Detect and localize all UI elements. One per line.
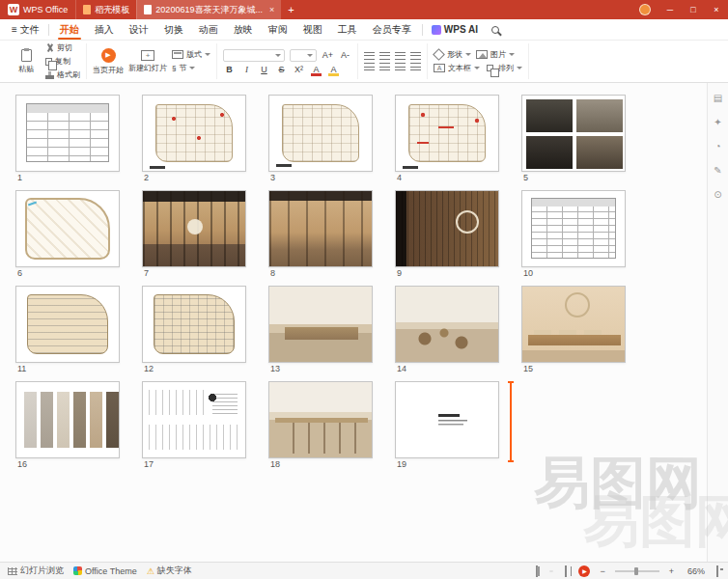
textbox-button[interactable]: A 文本框: [434, 63, 480, 73]
cut-button[interactable]: 剪切: [45, 42, 80, 53]
menu-item[interactable]: 会员专享: [365, 19, 419, 40]
arrange-button[interactable]: 排列: [485, 63, 522, 73]
slide-number: 19: [397, 459, 499, 470]
slide-thumbnail-6[interactable]: [15, 190, 120, 267]
slideshow-play-button[interactable]: ▶: [578, 565, 590, 577]
play-from-current-button[interactable]: ▶ 当页开始: [93, 48, 124, 75]
slide-thumbnail-3[interactable]: [268, 95, 373, 172]
menu-item[interactable]: 放映: [226, 19, 261, 40]
menu-item[interactable]: 切换: [156, 19, 191, 40]
doc-tab-docer-templates[interactable]: 稻壳模板: [75, 0, 136, 19]
menu-item[interactable]: 视图: [295, 19, 330, 40]
italic-button[interactable]: I: [240, 65, 253, 74]
shrink-font-button[interactable]: A-: [339, 50, 351, 60]
app-home-tab[interactable]: W WPS Office: [0, 0, 75, 19]
doc-tab-label: 稻壳模板: [95, 4, 129, 16]
slide-thumbnail-19[interactable]: [395, 381, 499, 458]
align-left-button[interactable]: [364, 63, 375, 70]
layout-button[interactable]: 版式: [172, 49, 210, 60]
effects-panel-icon[interactable]: ✦: [714, 117, 721, 127]
history-panel-icon[interactable]: ◔: [714, 141, 720, 152]
zoom-out-button[interactable]: −: [600, 566, 604, 576]
menu-item[interactable]: 动画: [191, 19, 226, 40]
section-button[interactable]: § 节: [172, 63, 210, 73]
slide-thumbnail-7[interactable]: [142, 190, 246, 267]
numbering-button[interactable]: [379, 52, 390, 60]
slide-sorter-view-button[interactable]: [549, 570, 553, 572]
slide-thumbnail-13[interactable]: [268, 286, 373, 363]
slide-thumbnail-14[interactable]: [395, 286, 499, 363]
zoom-slider[interactable]: [615, 570, 659, 572]
superscript-button[interactable]: X²: [293, 65, 305, 74]
search-icon[interactable]: [491, 26, 499, 34]
slide-thumbnail-8[interactable]: [268, 190, 373, 267]
bold-button[interactable]: B: [223, 65, 236, 74]
normal-view-button[interactable]: [534, 565, 540, 577]
align-center-button[interactable]: [379, 63, 390, 70]
align-right-button[interactable]: [395, 63, 406, 70]
slide-thumbnail-15[interactable]: [521, 286, 626, 363]
font-name-select[interactable]: [223, 49, 285, 62]
menu-item[interactable]: 设计: [122, 19, 156, 40]
slide-thumbnail-17[interactable]: [142, 381, 246, 458]
selection-panel-icon[interactable]: ⊙: [714, 189, 721, 200]
close-button[interactable]: ×: [705, 0, 728, 19]
shape-label: 形状: [447, 49, 462, 60]
tab-close-icon[interactable]: ×: [269, 5, 274, 14]
slide-thumbnail-4[interactable]: [395, 95, 499, 172]
decrease-indent-button[interactable]: [395, 52, 406, 60]
picture-button[interactable]: 图片: [476, 49, 515, 60]
underline-button[interactable]: U: [258, 65, 270, 74]
menu-item[interactable]: 工具: [330, 19, 365, 40]
menu-item[interactable]: 插入: [87, 19, 122, 40]
slide-thumbnail-5[interactable]: [521, 95, 626, 172]
reading-view-button[interactable]: [563, 565, 569, 577]
wps-ai-label: WPS AI: [444, 24, 478, 35]
strikethrough-button[interactable]: S: [275, 65, 288, 74]
app-name: WPS Office: [23, 5, 68, 14]
edit-panel-icon[interactable]: ✎: [714, 165, 721, 176]
bullets-button[interactable]: [364, 52, 375, 60]
file-menu-button[interactable]: ≡ 文件: [6, 19, 45, 40]
zoom-slider-thumb[interactable]: [634, 567, 638, 575]
slide-thumbnail-12[interactable]: [142, 286, 246, 363]
slide-thumbnail-16[interactable]: [15, 381, 120, 458]
warning-icon: ⚠: [147, 566, 154, 576]
new-slide-button[interactable]: + 新建幻灯片: [128, 50, 167, 73]
highlight-color-button[interactable]: A: [327, 65, 340, 74]
slide-cell: 1: [15, 95, 120, 183]
zoom-in-button[interactable]: +: [669, 566, 674, 576]
font-color-button[interactable]: A: [310, 65, 322, 74]
grow-font-button[interactable]: A+: [322, 50, 334, 60]
missing-fonts-warning[interactable]: ⚠ 缺失字体: [147, 565, 192, 577]
shape-button[interactable]: 形状: [434, 49, 471, 60]
normal-view-icon: [536, 565, 538, 577]
theme-indicator[interactable]: Office Theme: [73, 566, 137, 576]
slide-thumbnail-2[interactable]: [142, 95, 246, 172]
slide-thumbnail-9[interactable]: [395, 190, 499, 267]
fit-window-button[interactable]: [714, 565, 720, 577]
menu-item[interactable]: 审阅: [261, 19, 295, 40]
increase-indent-button[interactable]: [410, 52, 421, 60]
slide-thumbnail-18[interactable]: [268, 381, 373, 458]
doc-tab-active-presentation[interactable]: 20200619喜茶天津万象城... ×: [136, 0, 281, 19]
minimize-button[interactable]: ─: [658, 0, 682, 19]
menu-item[interactable]: 开始: [52, 19, 87, 40]
slide-thumbnail-11[interactable]: [15, 286, 120, 363]
new-tab-button[interactable]: +: [281, 4, 300, 15]
font-size-select[interactable]: [290, 49, 317, 62]
slide-thumbnail-1[interactable]: [15, 95, 120, 172]
format-painter-button[interactable]: 格式刷: [45, 69, 80, 80]
user-avatar[interactable]: [639, 4, 651, 15]
properties-panel-icon[interactable]: ▤: [714, 93, 722, 103]
slide-cell: 9: [395, 190, 499, 279]
slide-number: 9: [397, 268, 499, 279]
maximize-button[interactable]: □: [682, 0, 705, 19]
copy-button[interactable]: 复制: [45, 56, 80, 67]
wps-ai-button[interactable]: WPS AI: [426, 24, 484, 35]
slide-thumbnail-10[interactable]: [521, 190, 626, 267]
line-spacing-button[interactable]: [410, 63, 421, 70]
chevron-down-icon: [474, 67, 480, 69]
paste-button[interactable]: 粘贴: [12, 49, 41, 74]
clipboard-group: 粘贴 剪切 复制 格式刷: [6, 43, 87, 79]
